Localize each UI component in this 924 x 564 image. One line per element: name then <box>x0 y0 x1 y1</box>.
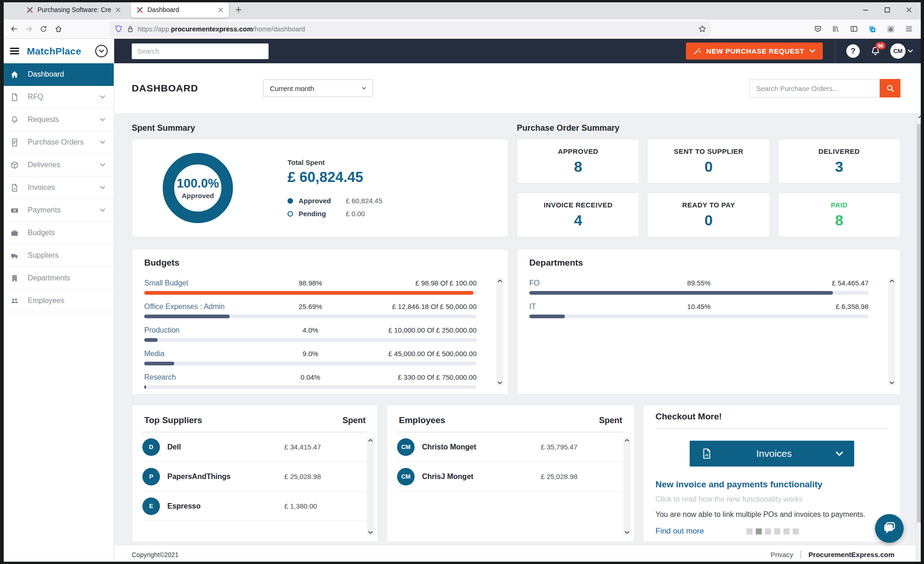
po-card-paid[interactable]: PAID8 <box>778 193 900 237</box>
carousel-dot[interactable] <box>765 528 771 534</box>
tab-close-icon[interactable] <box>116 7 121 12</box>
department-percent: 10.45% <box>669 303 729 310</box>
supplier-avatar: P <box>142 468 160 485</box>
po-summary-grid: APPROVED8 SENT TO SUPPLIER0 DELIVERED3 I… <box>517 139 900 237</box>
file-icon <box>10 93 19 102</box>
po-search <box>749 79 900 97</box>
tab-sync-icon[interactable] <box>868 25 876 33</box>
supplier-row[interactable]: D Dell £ 34,415.47 <box>142 432 367 462</box>
home-icon[interactable] <box>51 22 66 36</box>
brand-link[interactable]: ProcurementExpress.com <box>801 551 894 558</box>
dashboard-content: Spent Summary 100.0% Approved Total Spen… <box>114 113 924 545</box>
bookmark-star-icon[interactable] <box>698 25 706 33</box>
library-icon[interactable] <box>832 25 840 33</box>
po-search-button[interactable] <box>880 79 900 97</box>
tracking-shield-icon[interactable] <box>115 25 122 33</box>
carousel-dot[interactable] <box>747 528 753 534</box>
new-tab-button[interactable] <box>235 6 242 13</box>
budget-amount: £ 45,000.00 Of £ 500,000.00 <box>341 350 477 358</box>
sidebar-item-employees[interactable]: Employees <box>0 290 114 312</box>
scroll-down-icon <box>497 381 502 384</box>
budget-name-link[interactable]: Office Expenses : Admin <box>144 303 281 311</box>
sidebar-item-budgets[interactable]: Budgets <box>0 222 114 244</box>
po-search-input[interactable] <box>749 79 880 97</box>
legend-label: Approved <box>299 197 346 205</box>
budget-name-link[interactable]: Research <box>144 373 281 382</box>
department-progress-track <box>529 291 869 295</box>
collapse-menu-button[interactable] <box>95 45 108 57</box>
budget-amount: £ 12,846.18 Of £ 50,000.00 <box>341 303 477 310</box>
carousel-dot[interactable] <box>783 528 789 534</box>
employee-row[interactable]: CM Christo Monget £ 35,795.47 <box>397 432 624 462</box>
carousel-dot[interactable] <box>756 528 762 534</box>
suppliers-scrollbar[interactable] <box>367 437 374 535</box>
scroll-up-icon <box>889 279 894 283</box>
carousel-dot[interactable] <box>793 528 799 534</box>
department-name-link[interactable]: FO <box>529 279 669 287</box>
po-card-delivered[interactable]: DELIVERED3 <box>778 139 900 183</box>
sidebar-item-requests[interactable]: Requests <box>0 109 114 131</box>
budgets-scrollbar[interactable] <box>496 278 503 386</box>
budget-progress-fill <box>144 338 158 342</box>
employees-header: Employees Spent <box>397 412 624 432</box>
back-icon[interactable] <box>6 22 21 36</box>
budget-percent: 25.69% <box>281 303 341 310</box>
top-suppliers-header: Top Suppliers Spent <box>142 412 367 432</box>
url-bar[interactable]: https://app.procurementexpress.com/home/… <box>110 22 711 36</box>
forward-icon[interactable] <box>21 22 36 36</box>
supplier-avatar: D <box>142 438 160 456</box>
pocket-icon[interactable] <box>814 25 822 33</box>
budgets-panel: Budgets Small Budget98.98%£ 98.98 Of £ 1… <box>132 249 508 394</box>
budget-name-link[interactable]: Production <box>144 326 281 334</box>
supplier-row[interactable]: P PapersAndThings £ 25,028.98 <box>142 462 367 491</box>
total-spent-value: £ 60,824.45 <box>288 169 382 186</box>
user-menu[interactable]: CM <box>890 43 913 59</box>
maximize-icon[interactable] <box>884 7 890 13</box>
refresh-icon[interactable] <box>36 22 51 36</box>
chevron-down-icon <box>362 87 366 90</box>
sidebar-item-payments[interactable]: Payments <box>0 199 114 222</box>
menu-hamburger-icon[interactable] <box>905 25 913 33</box>
sidebar-item-dashboard[interactable]: Dashboard <box>0 63 114 86</box>
extension-icon[interactable] <box>887 25 895 33</box>
privacy-link[interactable]: Privacy <box>771 551 793 558</box>
supplier-row[interactable]: E Espresso £ 1,380.00 <box>142 491 367 521</box>
help-button[interactable]: ? <box>846 44 860 58</box>
browser-toolbar: https://app.procurementexpress.com/home/… <box>0 19 924 39</box>
sidebar-item-suppliers[interactable]: Suppliers <box>0 244 114 267</box>
tab-close-icon[interactable] <box>218 7 223 12</box>
sidebar-item-rfq[interactable]: RFQ <box>0 86 114 109</box>
minimize-icon[interactable] <box>863 7 869 13</box>
browser-tab-inactive[interactable]: Purchasing Software: Create Pur <box>21 2 126 18</box>
invoices-button[interactable]: Invoices <box>690 441 854 467</box>
po-card-ready-to-pay[interactable]: READY TO PAY0 <box>647 193 770 237</box>
sidebar-item-deliveries[interactable]: Deliveries <box>0 154 114 176</box>
carousel-dot[interactable] <box>774 528 780 534</box>
employees-scrollbar[interactable] <box>624 437 630 535</box>
global-search-input[interactable] <box>132 43 269 59</box>
scroll-down-icon <box>624 531 630 534</box>
notifications-button[interactable]: 86 <box>870 46 881 57</box>
budget-name-link[interactable]: Media <box>144 350 281 358</box>
sidebar-item-invoices[interactable]: Invoices <box>0 176 114 199</box>
find-out-more-link[interactable]: Find out more <box>655 527 704 536</box>
sidebar-item-departments[interactable]: Departments <box>0 267 114 290</box>
po-card-sent-to-supplier[interactable]: SENT TO SUPPLIER0 <box>647 139 770 183</box>
sidebar-toggle-icon[interactable] <box>850 25 858 33</box>
po-card-invoice-received[interactable]: INVOICE RECEIVED4 <box>517 193 639 237</box>
period-select[interactable]: Current month <box>263 79 373 97</box>
sidebar-hamburger-icon[interactable] <box>9 46 20 56</box>
po-card-approved[interactable]: APPROVED8 <box>517 139 639 183</box>
lock-icon[interactable] <box>127 25 134 33</box>
employee-row[interactable]: CM ChrisJ Monget £ 25,028.98 <box>397 462 624 491</box>
new-purchase-request-button[interactable]: NEW PURCHASE REQUEST <box>686 42 823 60</box>
department-name-link[interactable]: IT <box>529 303 669 311</box>
favicon-x-logo-icon <box>136 6 143 13</box>
chat-widget-button[interactable] <box>875 514 904 543</box>
budget-name-link[interactable]: Small Budget <box>144 279 281 287</box>
sidebar-item-purchase-orders[interactable]: Purchase Orders <box>0 131 114 154</box>
close-icon[interactable] <box>906 7 912 13</box>
departments-scrollbar[interactable] <box>888 278 895 386</box>
url-text: https://app.procurementexpress.com/home/… <box>138 25 698 33</box>
browser-tab-active[interactable]: Dashboard <box>131 2 229 18</box>
